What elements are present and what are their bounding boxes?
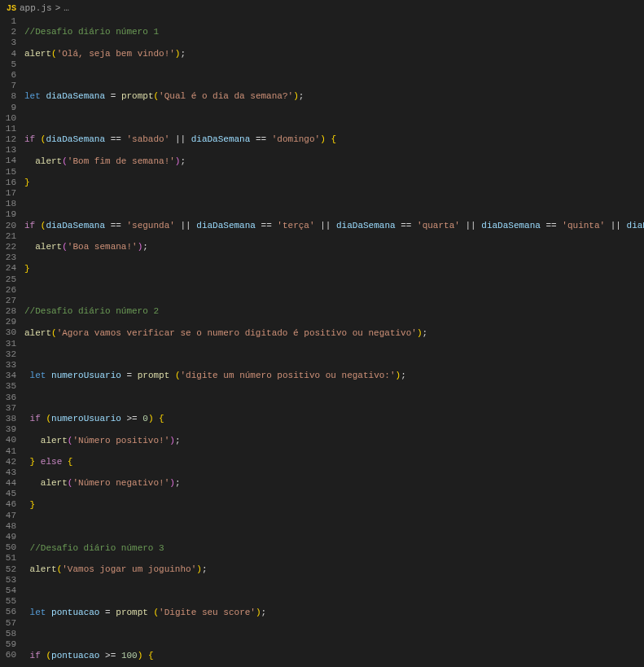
breadcrumb-sep: > [55,3,61,13]
js-file-icon: JS [7,4,16,13]
code-editor[interactable]: 1234567891011121314151617181920212223242… [0,16,644,665]
code-content[interactable]: //Desafio diário número 1 alert('Olá, se… [24,16,644,665]
breadcrumb-file: app.js [20,3,52,13]
breadcrumb-rest: … [64,3,69,13]
breadcrumb[interactable]: JS app.js > … [0,0,644,16]
line-gutter: 1234567891011121314151617181920212223242… [0,16,24,665]
